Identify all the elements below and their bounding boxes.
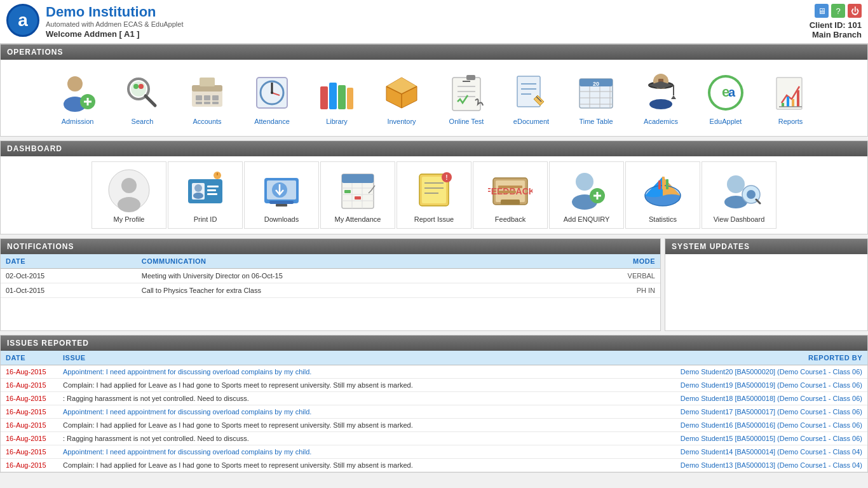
header-icons: 🖥 ? ⏻ xyxy=(810,4,862,18)
notification-row: 02-Oct-2015 Meeting with University Dire… xyxy=(1,269,660,283)
issue-row: 16-Aug-2015 Appointment: I need appointm… xyxy=(1,445,867,459)
issue-date: 16-Aug-2015 xyxy=(1,432,58,445)
svg-rect-15 xyxy=(196,102,202,104)
dash-feedback[interactable]: FEEDBACK Feedback xyxy=(473,161,548,229)
eduapplet-label: EduApplet xyxy=(710,118,742,125)
timetable-label: Time Table xyxy=(579,118,613,125)
dash-print-id[interactable]: Print ID xyxy=(168,161,243,229)
op-edocument[interactable]: eDocument xyxy=(499,65,563,131)
svg-point-6 xyxy=(131,81,146,97)
subtitle: Automated with Addmen ECAS & EduApplet xyxy=(46,20,183,28)
notifications-table: DATE COMMUNICATION MODE 02-Oct-2015 Meet… xyxy=(1,254,660,298)
op-academics[interactable]: Academics xyxy=(629,65,693,131)
notif-col-mode: MODE xyxy=(555,254,660,269)
issue-date: 16-Aug-2015 xyxy=(1,419,58,432)
client-id: Client ID: 101 xyxy=(810,20,862,30)
notif-mode: VERBAL xyxy=(555,269,660,283)
svg-point-122 xyxy=(747,190,756,199)
system-updates-content xyxy=(665,254,867,330)
branch-name: Main Branch xyxy=(810,30,862,39)
edocument-label: eDocument xyxy=(513,118,549,125)
issue-row: 16-Aug-2015 Appointment: I need appointm… xyxy=(1,405,867,419)
op-attendance[interactable]: Attendance xyxy=(240,65,304,131)
svg-point-70 xyxy=(121,178,137,193)
institution-name: Demo Institution xyxy=(46,4,183,20)
library-icon xyxy=(315,71,359,115)
online-test-label: Online Test xyxy=(449,118,484,125)
op-timetable[interactable]: 20 Time Table xyxy=(564,65,628,131)
dash-statistics[interactable]: Statistics xyxy=(625,161,700,229)
issues-table: DATE ISSUE REPORTED BY 16-Aug-2015 Appoi… xyxy=(1,351,867,472)
op-admission[interactable]: Admission xyxy=(46,65,109,131)
notif-date: 02-Oct-2015 xyxy=(1,269,137,283)
admission-icon xyxy=(55,71,100,115)
print-id-label: Print ID xyxy=(194,215,217,223)
my-profile-icon xyxy=(106,167,152,213)
header-left: a Demo Institution Automated with Addmen… xyxy=(6,4,183,39)
header-text: Demo Institution Automated with Addmen E… xyxy=(46,4,183,39)
my-profile-label: My Profile xyxy=(114,215,145,223)
op-search[interactable]: Search xyxy=(111,65,174,131)
issue-link[interactable]: Appointment: I need appointment for disc… xyxy=(63,448,311,456)
header: a Demo Institution Automated with Addmen… xyxy=(0,0,868,44)
attendance-label: Attendance xyxy=(254,118,290,125)
svg-rect-107 xyxy=(498,191,516,193)
dash-my-attendance[interactable]: My Attendance xyxy=(320,161,395,229)
issue-description: Appointment: I need appointment for disc… xyxy=(58,445,626,459)
search-icon xyxy=(120,71,165,115)
issue-description: Appointment: I need appointment for disc… xyxy=(58,405,626,419)
svg-rect-108 xyxy=(501,200,520,205)
system-updates-section: SYSTEM UPDATES xyxy=(665,238,868,331)
svg-rect-106 xyxy=(498,186,522,188)
issue-text: : Ragging harassment is not yet controll… xyxy=(63,395,249,402)
svg-rect-17 xyxy=(212,102,219,104)
op-accounts[interactable]: Accounts xyxy=(175,65,239,131)
monitor-icon[interactable]: 🖥 xyxy=(815,4,829,18)
svg-rect-86 xyxy=(276,204,287,207)
dashboard-header: DASHBOARD xyxy=(1,141,867,156)
help-icon[interactable]: ? xyxy=(831,4,845,18)
issue-reporter: Demo Student16 [BA5000016] (Demo Course1… xyxy=(626,419,867,432)
dash-my-profile[interactable]: My Profile xyxy=(92,161,166,229)
online-test-icon xyxy=(444,71,489,115)
issue-date: 16-Aug-2015 xyxy=(1,445,58,459)
issues-col-date: DATE xyxy=(1,351,58,365)
svg-rect-118 xyxy=(666,179,668,189)
svg-rect-88 xyxy=(342,174,374,183)
op-eduapplet[interactable]: e a EduApplet xyxy=(694,65,757,131)
svg-rect-13 xyxy=(204,95,210,100)
dash-report-issue[interactable]: ! Report Issue xyxy=(397,161,471,229)
issue-reporter: Demo Student20 [BA5000020] (Demo Course1… xyxy=(626,365,867,379)
op-reports[interactable]: Reports xyxy=(759,65,822,131)
issue-link[interactable]: Appointment: I need appointment for disc… xyxy=(63,368,311,376)
svg-point-71 xyxy=(118,197,140,212)
logo[interactable]: a xyxy=(6,4,39,37)
issues-col-issue: ISSUE xyxy=(58,351,626,365)
eduapplet-icon: e a xyxy=(703,71,748,115)
issue-reporter: Demo Student13 [BA5000013] (Demo Course1… xyxy=(626,459,867,472)
feedback-icon: FEEDBACK xyxy=(487,167,533,213)
svg-rect-25 xyxy=(329,83,337,109)
svg-rect-65 xyxy=(787,97,789,107)
notification-row: 01-Oct-2015 Call to Physics Teacher for … xyxy=(1,283,660,298)
issue-row: 16-Aug-2015 Complain: I had applied for … xyxy=(1,419,867,432)
power-icon[interactable]: ⏻ xyxy=(848,4,862,18)
op-inventory[interactable]: Inventory xyxy=(370,65,433,131)
statistics-label: Statistics xyxy=(649,215,677,223)
issue-row: 16-Aug-2015 Complain: I had applied for … xyxy=(1,379,867,392)
issue-link[interactable]: Appointment: I need appointment for disc… xyxy=(63,408,311,416)
svg-point-0 xyxy=(67,76,83,92)
svg-point-109 xyxy=(576,173,593,191)
issue-date: 16-Aug-2015 xyxy=(1,392,58,405)
notif-col-comm: COMMUNICATION xyxy=(137,254,555,269)
report-issue-icon: ! xyxy=(411,167,457,213)
op-online-test[interactable]: Online Test xyxy=(435,65,498,131)
op-library[interactable]: Library xyxy=(305,65,369,131)
academics-label: Academics xyxy=(644,118,678,125)
dash-view-dashboard[interactable]: View Dashboard xyxy=(702,161,776,229)
dash-downloads[interactable]: Downloads xyxy=(244,161,319,229)
dash-add-enquiry[interactable]: Add ENQUIRY xyxy=(549,161,624,229)
svg-point-119 xyxy=(727,175,745,193)
svg-rect-116 xyxy=(658,180,661,189)
reports-label: Reports xyxy=(778,118,803,125)
